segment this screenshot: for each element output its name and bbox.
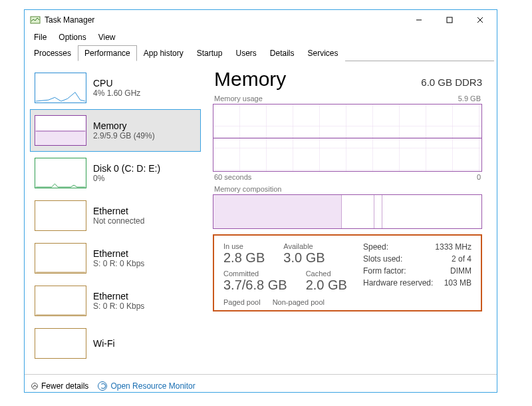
sidebar-item-cpu[interactable]: CPU4% 1.60 GHz <box>30 67 201 109</box>
cpu-thumb-icon <box>35 73 86 103</box>
stat-label-speed: Speed: <box>363 242 388 252</box>
stat-label-in-use: In use <box>223 242 265 250</box>
svg-rect-0 <box>31 17 40 23</box>
stat-label-paged-pool: Paged pool <box>223 298 261 306</box>
window-title: Task Manager <box>45 15 94 25</box>
stat-label-cached: Cached <box>306 270 347 278</box>
close-button[interactable] <box>465 10 495 30</box>
sidebar-item-disk[interactable]: Disk 0 (C: D: E:)0% <box>30 152 201 194</box>
stat-value-in-use: 2.8 GB <box>223 250 265 266</box>
tabstrip: Processes Performance App history Startu… <box>25 45 497 61</box>
tab-details[interactable]: Details <box>263 45 301 61</box>
menu-view[interactable]: View <box>93 31 121 43</box>
sidebar-item-ethernet-2[interactable]: EthernetS: 0 R: 0 Kbps <box>30 280 201 322</box>
svg-rect-2 <box>447 17 452 23</box>
stat-label-nonpaged-pool: Non-paged pool <box>273 298 325 306</box>
stat-label-committed: Committed <box>223 270 287 278</box>
task-manager-window: Task Manager File Options View Processes… <box>24 9 497 393</box>
stat-value-slots: 2 of 4 <box>452 254 471 264</box>
open-resource-monitor-link[interactable]: Open Resource Monitor <box>98 381 195 391</box>
footer: Fewer details Open Resource Monitor <box>25 374 497 397</box>
stat-value-form-factor: DIMM <box>450 266 471 276</box>
menubar: File Options View <box>25 30 497 45</box>
sidebar-item-label: CPU <box>93 78 140 89</box>
menu-file[interactable]: File <box>29 31 52 43</box>
memory-stats-box: In use2.8 GB Available3.0 GB Committed3.… <box>213 234 482 311</box>
sidebar-item-label: Ethernet <box>93 206 144 216</box>
resource-monitor-icon <box>98 381 107 391</box>
sidebar-item-memory[interactable]: Memory2.9/5.9 GB (49%) <box>30 109 201 152</box>
ethernet-thumb-icon <box>35 243 86 274</box>
stat-value-hw-reserved: 103 MB <box>444 278 471 288</box>
tab-processes[interactable]: Processes <box>27 45 78 61</box>
sidebar-item-label: Wi-Fi <box>93 338 115 349</box>
page-title: Memory <box>214 68 286 91</box>
sidebar-item-label: Ethernet <box>93 248 144 259</box>
tab-services[interactable]: Services <box>301 45 345 61</box>
maximize-button[interactable] <box>434 10 465 30</box>
stat-value-available: 3.0 GB <box>283 250 325 266</box>
sidebar-item-label: Disk 0 (C: D: E:) <box>93 163 160 174</box>
svg-rect-5 <box>36 131 86 145</box>
ethernet-thumb-icon <box>35 200 86 231</box>
stat-value-speed: 1333 MHz <box>435 242 471 252</box>
stat-value-cached: 2.0 GB <box>306 278 347 293</box>
wifi-thumb-icon <box>35 328 86 359</box>
memory-composition-chart <box>213 194 482 229</box>
disk-thumb-icon <box>35 158 86 188</box>
tab-performance[interactable]: Performance <box>78 45 137 61</box>
stat-value-committed: 3.7/6.8 GB <box>223 278 287 293</box>
task-manager-icon <box>30 15 41 25</box>
main-panel: Memory 6.0 GB DDR3 Memory usage 5.9 GB 6… <box>201 61 497 374</box>
stat-label-available: Available <box>283 242 325 250</box>
tab-users[interactable]: Users <box>229 45 263 61</box>
sidebar-item-sub: S: 0 R: 0 Kbps <box>93 259 144 268</box>
sidebar-item-label: Ethernet <box>93 291 144 302</box>
stat-label-hw-reserved: Hardware reserved: <box>363 278 433 288</box>
stat-label-slots: Slots used: <box>363 254 402 264</box>
memory-thumb-icon <box>35 115 86 146</box>
usage-chart-max: 5.9 GB <box>458 95 481 102</box>
tab-startup[interactable]: Startup <box>190 45 229 61</box>
time-axis-right: 0 <box>477 173 481 181</box>
memory-spec: 6.0 GB DDR3 <box>421 77 482 88</box>
sidebar-item-sub: 4% 1.60 GHz <box>93 89 140 98</box>
menu-options[interactable]: Options <box>53 31 91 43</box>
memory-usage-chart <box>213 104 482 172</box>
composition-chart-label: Memory composition <box>214 185 281 193</box>
sidebar-item-ethernet-1[interactable]: EthernetS: 0 R: 0 Kbps <box>30 237 201 280</box>
stat-label-form-factor: Form factor: <box>363 266 406 276</box>
fewer-details-button[interactable]: Fewer details <box>31 381 88 391</box>
tab-app-history[interactable]: App history <box>137 45 190 61</box>
ethernet-thumb-icon <box>35 286 86 316</box>
sidebar-item-sub: S: 0 R: 0 Kbps <box>93 302 144 311</box>
sidebar-item-sub: 2.9/5.9 GB (49%) <box>93 131 155 140</box>
sidebar-item-label: Memory <box>93 120 155 131</box>
performance-sidebar: CPU4% 1.60 GHz Memory2.9/5.9 GB (49%) Di… <box>25 61 201 374</box>
sidebar-item-sub: 0% <box>93 174 160 183</box>
sidebar-item-wifi[interactable]: Wi-Fi <box>30 322 201 365</box>
titlebar: Task Manager <box>25 10 497 30</box>
sidebar-item-sub: Not connected <box>93 216 144 226</box>
usage-chart-label: Memory usage <box>214 95 263 102</box>
sidebar-item-ethernet-0[interactable]: EthernetNot connected <box>30 194 201 237</box>
minimize-button[interactable] <box>404 10 434 30</box>
chevron-up-icon <box>31 383 38 389</box>
time-axis-left: 60 seconds <box>214 173 251 181</box>
